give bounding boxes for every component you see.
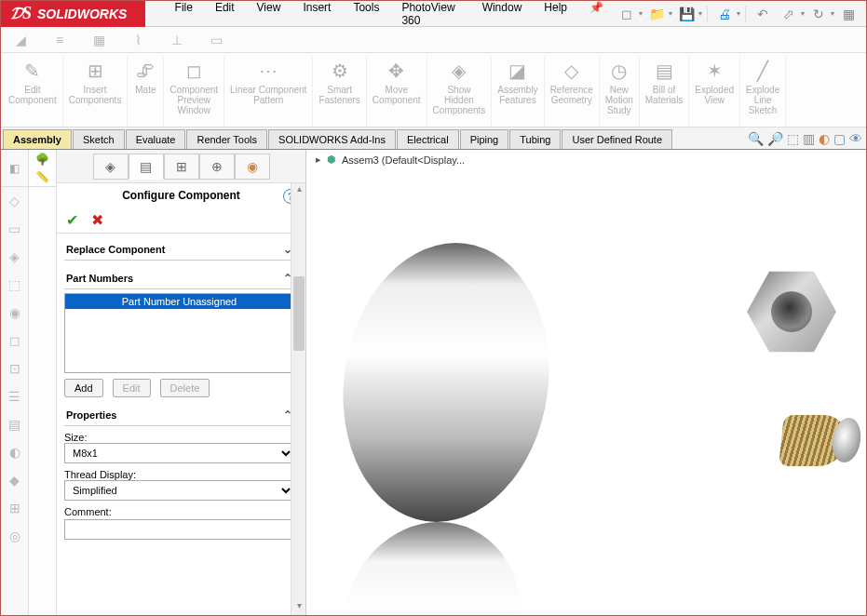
rail-btn-1[interactable]: ◇ <box>1 187 28 215</box>
ok-button[interactable]: ✔ <box>66 211 78 229</box>
pin-icon[interactable]: 📌 <box>578 0 615 31</box>
assembly-icon: ⬢ <box>327 154 336 166</box>
rail-flyout-icon[interactable]: ◧ <box>9 162 20 175</box>
tool-edges-icon[interactable]: ◢ <box>10 30 31 50</box>
rebuild-icon[interactable]: ↻ <box>806 4 831 24</box>
scroll-thumb[interactable] <box>293 276 305 351</box>
section-part-numbers[interactable]: Part Numbers⌃ <box>64 268 294 289</box>
select-icon[interactable]: ⬀ <box>777 4 801 24</box>
rib-explode-line-sketch[interactable]: ╱Explode Line Sketch <box>740 57 786 127</box>
tab-tubing[interactable]: Tubing <box>509 129 561 149</box>
rib-linear-pattern[interactable]: ⋯Linear Component Pattern <box>224 57 313 127</box>
panel-tab-config-icon[interactable]: ⊞ <box>164 154 199 180</box>
rib-mate[interactable]: 🖇Mate <box>128 57 164 127</box>
delete-button: Delete <box>160 379 210 397</box>
tab-evaluate[interactable]: Evaluate <box>126 129 186 149</box>
rail-btn-3[interactable]: ◈ <box>1 243 28 271</box>
rib-new-motion-study[interactable]: ◷New Motion Study <box>600 57 640 127</box>
rib-move-component[interactable]: ✥Move Component <box>367 57 427 127</box>
size-select[interactable]: M8x1 <box>64 443 294 463</box>
section-view-icon[interactable]: ◐ <box>819 131 830 146</box>
rail-btn-8[interactable]: ☰ <box>1 382 28 410</box>
rib-edit-component[interactable]: ✎Edit Component <box>3 57 63 127</box>
rail-btn-7[interactable]: ⊡ <box>1 355 28 382</box>
menu-photoview[interactable]: PhotoView 360 <box>390 0 470 31</box>
model-bolt[interactable] <box>736 261 847 373</box>
rib-reference-geometry[interactable]: ◇Reference Geometry <box>545 57 600 127</box>
rail2-ruler-icon[interactable]: 📏 <box>35 170 49 183</box>
menu-view[interactable]: View <box>246 0 292 31</box>
thread-display-select[interactable]: Simplified <box>64 480 294 501</box>
rib-exploded-view[interactable]: ✶Exploded View <box>689 57 740 127</box>
3d-viewport[interactable]: ▸ ⬢ Assem3 (Default<Display... Size: M8x… <box>306 150 866 615</box>
rib-smart-fasteners[interactable]: ⚙Smart Fasteners <box>313 57 366 127</box>
orient-icon[interactable]: ⬚ <box>787 131 799 146</box>
undo-icon[interactable]: ↶ <box>751 4 775 24</box>
rail-btn-10[interactable]: ◐ <box>1 438 28 466</box>
panel-tab-dim-icon[interactable]: ⊕ <box>199 154 235 180</box>
menu-help[interactable]: Help <box>533 0 578 31</box>
open-icon[interactable]: 📁 <box>644 4 669 24</box>
zoom-area-icon[interactable]: 🔎 <box>767 131 783 146</box>
size-label: Size: <box>64 432 294 443</box>
tool-lines-icon[interactable]: ≡ <box>49 30 70 50</box>
tool-sketch-icon[interactable]: ⌇ <box>128 30 148 50</box>
rail-btn-4[interactable]: ⬚ <box>1 271 28 299</box>
rib-component-preview[interactable]: ◻Component Preview Window <box>164 57 224 127</box>
rail-btn-12[interactable]: ⊞ <box>1 494 28 522</box>
rail-btn-9[interactable]: ▤ <box>1 410 28 438</box>
zoom-fit-icon[interactable]: 🔍 <box>748 131 764 146</box>
breadcrumb-expand-icon[interactable]: ▸ <box>316 154 321 166</box>
comment-input[interactable] <box>64 519 294 540</box>
new-icon[interactable]: ◻ <box>615 4 639 24</box>
part-number-list[interactable]: Part Number Unassigned <box>64 293 294 373</box>
tab-render-tools[interactable]: Render Tools <box>186 129 267 149</box>
tab-udr[interactable]: User Defined Route <box>562 129 672 149</box>
breadcrumb-item[interactable]: Assem3 (Default<Display... <box>342 154 465 166</box>
scroll-down-icon[interactable]: ▾ <box>291 600 306 615</box>
menu-file[interactable]: File <box>164 0 204 31</box>
print-icon[interactable]: 🖨 <box>712 4 737 24</box>
tool-dim-icon[interactable]: ⊥ <box>167 30 187 50</box>
rail-btn-2[interactable]: ▭ <box>1 215 28 243</box>
rail-btn-13[interactable]: ◎ <box>1 522 28 550</box>
section-replace-component[interactable]: Replace Component⌄ <box>64 239 294 261</box>
panel-scrollbar[interactable]: ▴ ▾ <box>291 183 305 615</box>
rail-btn-5[interactable]: ◉ <box>1 299 28 327</box>
tool-section-icon[interactable]: ▭ <box>206 30 226 50</box>
panel-tab-appearance-icon[interactable]: ◉ <box>235 154 270 180</box>
rib-bom[interactable]: ▤Bill of Materials <box>640 57 690 127</box>
save-icon[interactable]: 💾 <box>674 4 698 24</box>
part-number-item[interactable]: Part Number Unassigned <box>65 294 293 309</box>
cancel-button[interactable]: ✖ <box>91 211 103 229</box>
rib-show-hidden[interactable]: ◈Show Hidden Components <box>427 57 493 127</box>
tab-sketch[interactable]: Sketch <box>73 129 125 149</box>
menu-edit[interactable]: Edit <box>204 0 246 31</box>
panel-tab-feature-icon[interactable]: ◈ <box>93 154 129 180</box>
rail2-tree-icon[interactable]: 🌳 <box>35 153 49 166</box>
panel-tab-property-icon[interactable]: ▤ <box>129 154 164 180</box>
display-style-icon[interactable]: ▥ <box>803 131 815 146</box>
options-icon[interactable]: ▦ <box>836 4 860 24</box>
comment-label: Comment: <box>64 506 294 517</box>
rib-insert-components[interactable]: ⊞Insert Components <box>63 57 129 127</box>
visibility-icon[interactable]: 👁 <box>849 131 862 146</box>
rail-btn-6[interactable]: ◻ <box>1 327 28 355</box>
menu-tools[interactable]: Tools <box>342 0 390 31</box>
rail-btn-11[interactable]: ◆ <box>1 466 28 494</box>
tab-piping[interactable]: Piping <box>460 129 509 149</box>
scroll-up-icon[interactable]: ▴ <box>291 183 306 198</box>
panel-title: Configure Component <box>122 189 240 202</box>
rib-assembly-features[interactable]: ◪Assembly Features <box>492 57 544 127</box>
section-properties[interactable]: Properties⌃ <box>64 405 294 426</box>
menu-insert[interactable]: Insert <box>291 0 342 31</box>
menu-window[interactable]: Window <box>471 0 534 31</box>
edit-button: Edit <box>113 379 151 397</box>
scene-icon[interactable]: ▢ <box>833 131 846 146</box>
tab-addins[interactable]: SOLIDWORKS Add-Ins <box>268 129 396 149</box>
tool-grid-icon[interactable]: ▦ <box>88 30 109 50</box>
tab-electrical[interactable]: Electrical <box>397 129 459 149</box>
thread-display-label: Thread Display: <box>64 469 294 480</box>
tab-assembly[interactable]: Assembly <box>3 129 72 149</box>
add-button[interactable]: Add <box>64 379 103 397</box>
